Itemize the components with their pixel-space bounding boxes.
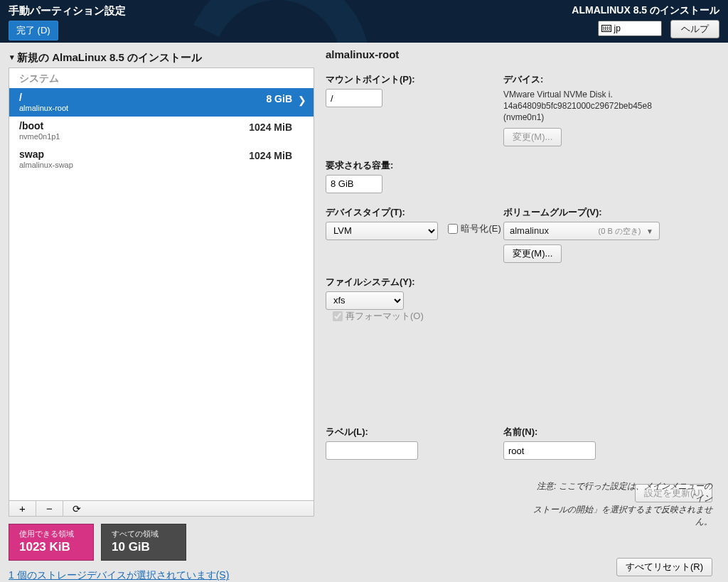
chevron-down-icon: ▼ <box>646 227 653 235</box>
tree-section-label: システム <box>9 68 314 88</box>
keyboard-icon <box>601 25 611 32</box>
partition-list-heading[interactable]: ▾ 新規の AlmaLinux 8.5 のインストール <box>9 48 314 68</box>
mountpoint-input[interactable] <box>326 89 382 107</box>
total-space-card: すべての領域 10 GiB <box>101 524 186 561</box>
desired-capacity-input[interactable] <box>326 175 382 193</box>
filesystem-select[interactable]: xfs <box>326 291 404 310</box>
tree-item-boot[interactable]: /boot nvme0n1p1 1024 MiB <box>9 117 314 145</box>
available-space-label: 使用できる領域 <box>19 529 83 539</box>
reformat-checkbox-wrapper: 再フォーマット(O) <box>333 310 424 323</box>
volume-group-hint: (0 B の空き) <box>599 227 641 235</box>
filesystem-label: ファイルシステム(Y): <box>326 276 503 289</box>
name-label: 名前(N): <box>503 426 717 438</box>
volume-group-value: almalinux <box>510 225 549 236</box>
done-button[interactable]: 完了 (D) <box>9 21 58 41</box>
volume-group-select[interactable]: almalinux (0 B の空き) ▼ <box>503 222 660 240</box>
tree-item-root[interactable]: / almalinux-root 8 GiB ❯ <box>9 88 314 117</box>
devices-text-line3: (nvme0n1) <box>503 112 717 123</box>
tree-item-dev: almalinux-swap <box>19 161 295 169</box>
lower-labels: ラベル(L): 名前(N): <box>326 426 719 460</box>
tree-item-size: 8 GiB <box>266 93 292 104</box>
encrypt-checkbox-wrapper[interactable]: 暗号化(E) <box>448 222 500 235</box>
left-column: ▾ 新規の AlmaLinux 8.5 のインストール システム / almal… <box>9 48 314 582</box>
devices-text-line2: 14a64809b5fc9821000c29672beb45e8 <box>503 100 717 112</box>
device-type-label: デバイスタイプ(T): <box>326 206 503 219</box>
fs-label-label: ラベル(L): <box>326 426 503 438</box>
total-space-value: 10 GiB <box>112 540 176 554</box>
main-area: ▾ 新規の AlmaLinux 8.5 のインストール システム / almal… <box>0 43 728 582</box>
volume-group-label: ボリュームグループ(V): <box>503 206 717 219</box>
keyboard-layout-text: jp <box>614 23 621 33</box>
tree-item-dev: almalinux-root <box>19 104 295 112</box>
reformat-checkbox <box>333 311 343 321</box>
form-grid: マウントポイント(P): デバイス: VMware Virtual NVMe D… <box>326 73 719 334</box>
name-input[interactable] <box>503 441 596 460</box>
partition-list-heading-text: 新規の AlmaLinux 8.5 のインストール <box>17 51 202 65</box>
chevron-right-icon: ❯ <box>298 95 306 106</box>
available-space-card: 使用できる領域 1023 KiB <box>9 524 94 561</box>
devices-text-line1: VMware Virtual NVMe Disk i. <box>503 89 717 100</box>
remove-partition-button[interactable]: − <box>36 501 63 516</box>
space-cards: 使用できる領域 1023 KiB すべての領域 10 GiB <box>9 524 314 561</box>
available-space-value: 1023 KiB <box>19 540 83 554</box>
mountpoint-label: マウントポイント(P): <box>326 73 503 86</box>
device-type-select[interactable]: LVM <box>326 222 438 240</box>
total-space-label: すべての領域 <box>112 529 176 539</box>
fs-label-input[interactable] <box>326 441 418 460</box>
keyboard-layout-indicator[interactable]: jp <box>598 21 662 36</box>
add-partition-button[interactable]: + <box>9 501 36 516</box>
tree-toolbar: + − ⟳ <box>9 501 314 517</box>
desired-capacity-label: 要求される容量: <box>326 159 503 172</box>
reload-button[interactable]: ⟳ <box>63 501 90 516</box>
modify-volume-group-button[interactable]: 変更(M)... <box>503 244 562 263</box>
tree-item-mount: / <box>19 92 295 103</box>
reset-all-button[interactable]: すべてリセット(R) <box>616 558 712 576</box>
disclosure-triangle-icon: ▾ <box>10 53 14 62</box>
partition-tree: システム / almalinux-root 8 GiB ❯ /boot nvme… <box>9 68 314 501</box>
modify-device-button[interactable]: 変更(M)... <box>503 128 562 146</box>
warning-text: 注意: ここで行った設定は、メインメニューの「イン ストールの開始」を選択するま… <box>528 480 712 528</box>
reformat-label: 再フォーマット(O) <box>346 310 424 323</box>
help-button[interactable]: ヘルプ <box>670 20 719 38</box>
installer-title: ALMALINUX 8.5 のインストール <box>572 4 719 17</box>
selected-partition-title: almalinux-root <box>326 48 719 60</box>
storage-devices-link[interactable]: 1 個のストレージデバイスが選択されています(S) <box>9 569 314 582</box>
right-column: almalinux-root マウントポイント(P): デバイス: VMware… <box>326 48 719 582</box>
encrypt-label: 暗号化(E) <box>461 222 500 235</box>
tree-item-size: 1024 MiB <box>249 150 292 161</box>
tree-item-dev: nvme0n1p1 <box>19 132 295 141</box>
top-bar: 手動パーティション設定 完了 (D) ALMALINUX 8.5 のインストール… <box>0 0 728 43</box>
tree-item-swap[interactable]: swap almalinux-swap 1024 MiB <box>9 145 314 173</box>
encrypt-checkbox[interactable] <box>448 224 458 234</box>
devices-label: デバイス: <box>503 73 717 86</box>
tree-item-size: 1024 MiB <box>249 122 292 133</box>
top-right: ALMALINUX 8.5 のインストール jp ヘルプ <box>572 4 719 38</box>
